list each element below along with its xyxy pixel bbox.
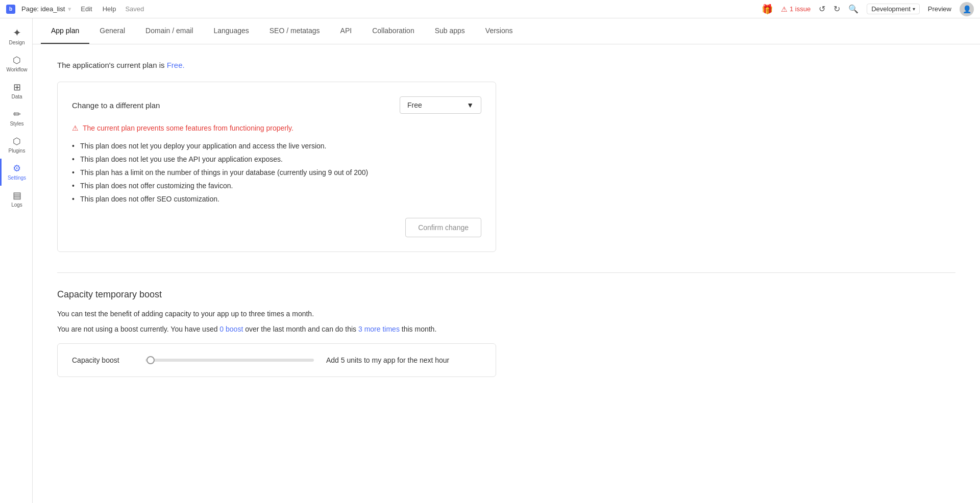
dropdown-arrow-icon: ▼ [467, 101, 474, 109]
confirm-change-button[interactable]: Confirm change [405, 218, 481, 237]
settings-icon: ⚙ [13, 164, 21, 173]
plan-card: Change to a different plan Free ▼ ⚠ The … [57, 82, 496, 252]
list-item: This plan has a limit on the number of t… [72, 166, 481, 179]
env-label: Development [871, 5, 911, 13]
topbar: b Page: idea_list ▾ Edit Help Saved 🎁 ⚠ … [0, 0, 980, 18]
edit-menu[interactable]: Edit [78, 4, 95, 14]
plan-dropdown[interactable]: Free ▼ [400, 96, 481, 114]
tab-app-plan[interactable]: App plan [41, 18, 89, 44]
capacity-boost-card: Capacity boost Add 5 units to my app for… [57, 343, 496, 377]
content-area: The application's current plan is Free. … [33, 44, 980, 503]
tab-collaboration[interactable]: Collaboration [362, 18, 425, 44]
tab-versions[interactable]: Versions [475, 18, 523, 44]
capacity-slider[interactable] [145, 359, 314, 362]
sidebar-label-logs: Logs [11, 202, 22, 208]
sidebar-item-data[interactable]: ⊞ Data [0, 78, 33, 105]
list-item: This plan does not let you use the API y… [72, 153, 481, 166]
list-item: This plan does not offer customizing the… [72, 179, 481, 192]
tab-api[interactable]: API [330, 18, 362, 44]
sidebar: ✦ Design ⬡ Workflow ⊞ Data ✏ Styles ⬡ Pl… [0, 18, 33, 503]
help-menu[interactable]: Help [100, 4, 119, 14]
issue-label: 1 issue [790, 5, 811, 13]
warning-triangle-icon: ⚠ [72, 124, 79, 132]
styles-icon: ✏ [13, 110, 21, 119]
tab-domain-email[interactable]: Domain / email [135, 18, 203, 44]
section-divider [57, 272, 955, 273]
plan-selected-value: Free [407, 101, 422, 109]
plan-description: The application's current plan is Free. [57, 61, 955, 69]
saved-status: Saved [125, 5, 144, 13]
data-icon: ⊞ [13, 83, 21, 92]
tab-general[interactable]: General [89, 18, 135, 44]
warning-box: ⚠ The current plan prevents some feature… [72, 124, 481, 206]
topbar-actions: Edit Help Saved [78, 4, 144, 14]
confirm-btn-wrap: Confirm change [72, 218, 481, 237]
search-button[interactable]: 🔍 [848, 4, 859, 14]
plan-link[interactable]: Free. [167, 61, 185, 69]
list-item: This plan does not offer SEO customizati… [72, 192, 481, 206]
sidebar-label-plugins: Plugins [9, 148, 26, 154]
main-content: App plan General Domain / email Language… [33, 18, 980, 503]
slider-thumb[interactable] [146, 356, 155, 364]
sidebar-item-design[interactable]: ✦ Design [0, 22, 33, 51]
sidebar-item-settings[interactable]: ⚙ Settings [0, 159, 33, 186]
capacity-boost-label: Capacity boost [72, 356, 133, 364]
capacity-desc-2: You are not using a boost currently. You… [57, 323, 955, 335]
sidebar-item-styles[interactable]: ✏ Styles [0, 105, 33, 132]
tab-sub-apps[interactable]: Sub apps [425, 18, 475, 44]
capacity-desc-1: You can test the benefit of adding capac… [57, 308, 955, 319]
design-icon: ✦ [13, 28, 21, 38]
list-item: This plan does not let you deploy your a… [72, 139, 481, 153]
sidebar-label-styles: Styles [10, 121, 23, 127]
sidebar-item-plugins[interactable]: ⬡ Plugins [0, 132, 33, 159]
environment-selector[interactable]: Development ▾ [867, 4, 920, 14]
tab-languages[interactable]: Languages [203, 18, 259, 44]
sidebar-item-workflow[interactable]: ⬡ Workflow [0, 51, 33, 78]
page-title: Page: idea_list ▾ [21, 5, 71, 13]
workflow-icon: ⬡ [13, 56, 21, 65]
plan-change-label: Change to a different plan [72, 101, 160, 110]
gift-icon[interactable]: 🎁 [762, 4, 773, 15]
warning-icon: ⚠ [781, 5, 788, 13]
undo-button[interactable]: ↺ [819, 4, 825, 14]
plugins-icon: ⬡ [13, 137, 21, 146]
sidebar-item-logs[interactable]: ▤ Logs [0, 186, 33, 213]
issue-indicator[interactable]: ⚠ 1 issue [781, 5, 811, 13]
app-icon: b [6, 5, 15, 14]
logs-icon: ▤ [13, 191, 21, 200]
topbar-right: 🎁 ⚠ 1 issue ↺ ↻ 🔍 Development ▾ Preview … [762, 2, 974, 16]
user-avatar[interactable]: 👤 [960, 2, 974, 16]
warning-title: ⚠ The current plan prevents some feature… [72, 124, 481, 132]
more-times-link[interactable]: 3 more times [358, 325, 400, 333]
capacity-boost-desc: Add 5 units to my app for the next hour [326, 356, 449, 364]
boost-count-link[interactable]: 0 boost [219, 325, 243, 333]
sidebar-label-data: Data [11, 94, 22, 99]
sidebar-label-workflow: Workflow [7, 67, 28, 72]
preview-button[interactable]: Preview [928, 5, 951, 13]
warning-list: This plan does not let you deploy your a… [72, 139, 481, 206]
chevron-down-icon: ▾ [913, 6, 915, 12]
tab-seo-metatags[interactable]: SEO / metatags [259, 18, 330, 44]
capacity-boost-row: Capacity boost Add 5 units to my app for… [72, 356, 481, 364]
capacity-section-title: Capacity temporary boost [57, 289, 955, 300]
plan-header: Change to a different plan Free ▼ [72, 96, 481, 114]
tab-bar: App plan General Domain / email Language… [33, 18, 980, 44]
sidebar-label-settings: Settings [8, 175, 26, 181]
warning-title-text: The current plan prevents some features … [83, 124, 293, 132]
redo-button[interactable]: ↻ [834, 4, 840, 14]
sidebar-label-design: Design [9, 40, 24, 45]
